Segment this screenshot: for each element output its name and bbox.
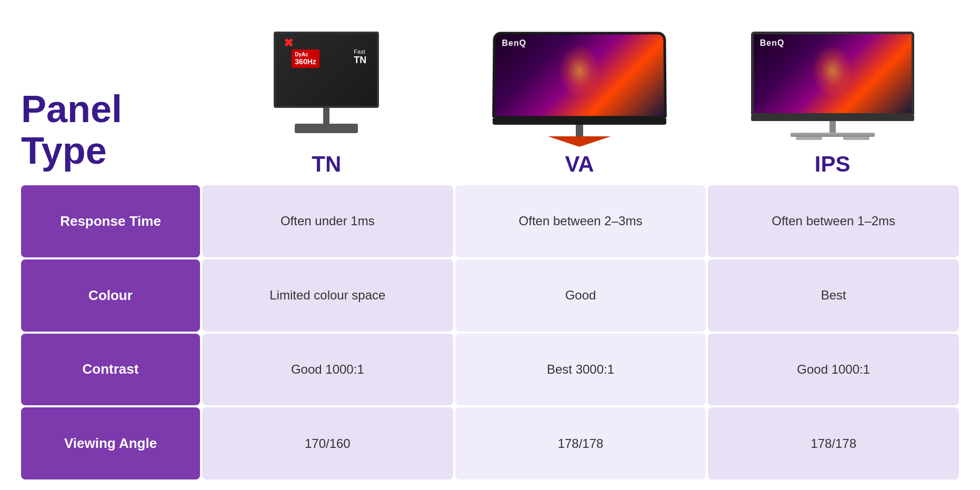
top-section: Panel Type ✖ DyAc360Hz FastTN xyxy=(21,11,959,177)
page-container: Panel Type ✖ DyAc360Hz FastTN xyxy=(0,0,980,490)
tn-response-time: Often under 1ms xyxy=(202,185,453,257)
va-stand-base xyxy=(548,136,611,147)
comparison-table: Response Time Often under 1ms Often betw… xyxy=(21,185,959,479)
tn-label: TN xyxy=(312,152,341,177)
table-row-viewing-angle: Viewing Angle 170/160 178/178 178/178 xyxy=(21,407,959,479)
tn-logo-icon: ✖ xyxy=(284,36,293,50)
va-glow xyxy=(558,45,601,97)
ips-colour: Best xyxy=(708,259,959,332)
ips-foot-right xyxy=(843,137,869,140)
va-stand-neck xyxy=(576,125,583,136)
ips-stand-neck xyxy=(829,121,836,133)
va-screen xyxy=(492,32,667,118)
va-monitor-graphic xyxy=(490,32,669,147)
tn-contrast: Good 1000:1 xyxy=(202,334,453,406)
tn-stand-neck xyxy=(323,108,329,124)
dyac-badge: DyAc360Hz xyxy=(292,49,319,68)
va-monitor-col: VA xyxy=(453,11,706,177)
header-contrast: Contrast xyxy=(21,334,200,406)
va-label: VA xyxy=(565,152,594,177)
va-monitor-image xyxy=(453,11,706,147)
ips-viewing-angle: 178/178 xyxy=(708,407,959,479)
ips-monitor-col: IPS xyxy=(706,11,959,177)
tn-screen: ✖ DyAc360Hz FastTN xyxy=(274,32,379,108)
tn-colour: Limited colour space xyxy=(202,259,453,332)
ips-monitor-image xyxy=(706,11,959,147)
va-viewing-angle: 178/178 xyxy=(455,407,706,479)
table-row-contrast: Contrast Good 1000:1 Best 3000:1 Good 10… xyxy=(21,334,959,406)
table-row-colour: Colour Limited colour space Good Best xyxy=(21,259,959,332)
monitor-headers: ✖ DyAc360Hz FastTN TN xyxy=(200,11,959,177)
va-response-time: Often between 2–3ms xyxy=(455,185,706,257)
ips-screen xyxy=(751,32,914,116)
title-line1: Panel xyxy=(21,88,200,130)
va-contrast: Best 3000:1 xyxy=(455,334,706,406)
ips-stand-group xyxy=(748,121,917,140)
tn-stand-base xyxy=(295,124,358,133)
tn-monitor-col: ✖ DyAc360Hz FastTN TN xyxy=(200,11,453,177)
tn-viewing-angle: 170/160 xyxy=(202,407,453,479)
fast-tn-label: FastTN xyxy=(354,48,366,66)
ips-glow xyxy=(812,45,854,97)
ips-stand-feet xyxy=(796,137,869,140)
ips-monitor-graphic xyxy=(748,32,917,147)
header-response-time: Response Time xyxy=(21,185,200,257)
ips-response-time: Often between 1–2ms xyxy=(708,185,959,257)
ips-stand-base xyxy=(791,133,875,137)
table-row-response-time: Response Time Often under 1ms Often betw… xyxy=(21,185,959,257)
header-colour: Colour xyxy=(21,259,200,332)
ips-foot-left xyxy=(796,137,822,140)
ips-label: IPS xyxy=(815,152,851,177)
va-chin xyxy=(493,118,666,125)
va-colour: Good xyxy=(455,259,706,332)
title-line2: Type xyxy=(21,130,200,172)
page-title: Panel Type xyxy=(21,88,200,177)
tn-monitor-graphic: ✖ DyAc360Hz FastTN xyxy=(268,32,384,147)
header-viewing-angle: Viewing Angle xyxy=(21,407,200,479)
tn-monitor-image: ✖ DyAc360Hz FastTN xyxy=(200,11,453,147)
ips-contrast: Good 1000:1 xyxy=(708,334,959,406)
ips-chin xyxy=(751,116,914,121)
